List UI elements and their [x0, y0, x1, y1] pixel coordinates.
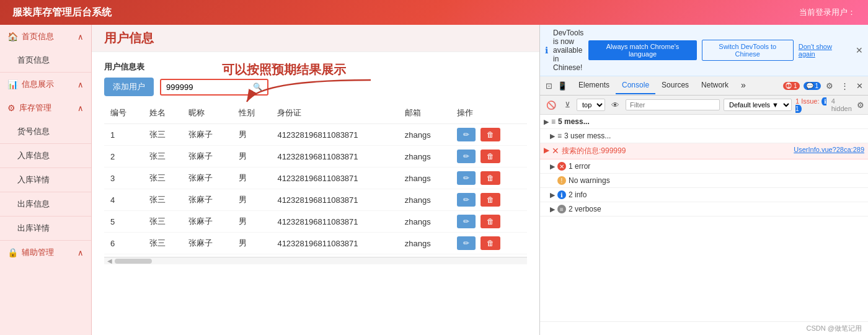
expand-icon-verbose[interactable]: ▶ [550, 205, 555, 213]
table-row: 1 张三 张麻子 男 412328196811083871 zhangs ✏ 🗑 [104, 124, 527, 146]
cell-idcard: 412328196811083871 [271, 189, 398, 211]
table-header-row: 编号 姓名 昵称 性别 身份证 邮箱 操作 [104, 102, 527, 124]
sidebar-item-inbound[interactable]: 入库信息 [0, 144, 91, 168]
sidebar-section-home: 🏠 首页信息 ∧ 首页信息 [0, 25, 91, 73]
filter-icon[interactable]: ⊻ [562, 99, 573, 110]
more-options-icon[interactable]: ⋮ [838, 79, 851, 92]
delete-button-row-2[interactable]: 🗑 [480, 150, 500, 163]
search-input[interactable] [166, 83, 253, 92]
device-icon[interactable]: 📱 [556, 79, 569, 92]
cell-gender: 男 [232, 146, 272, 168]
edit-button-row-3[interactable]: ✏ [457, 171, 476, 185]
edit-button-row-2[interactable]: ✏ [457, 150, 476, 163]
lock-icon: 🔒 [7, 248, 18, 257]
cell-nickname: 张麻子 [182, 168, 232, 189]
col-gender: 性别 [232, 102, 272, 124]
cell-nickname: 张麻子 [182, 124, 232, 146]
sidebar-section-header-home[interactable]: 🏠 首页信息 ∧ [0, 25, 91, 48]
console-user-mess-label: 3 user mess... [564, 132, 864, 140]
content-body: 可以按照预期结果展示 用户信息表 添加用户 🔍 [92, 52, 539, 335]
user-table: 编号 姓名 昵称 性别 身份证 邮箱 操作 1 张三 张麻子 男 4123281… [104, 102, 527, 254]
edit-button-row-4[interactable]: ✏ [457, 193, 476, 207]
message-badge: 💬 1 [804, 82, 821, 90]
sidebar-section-label-info: 信息展示 [22, 79, 54, 90]
info-icon: 📊 [7, 79, 18, 89]
cell-id: 3 [104, 168, 143, 189]
edit-button-row-5[interactable]: ✏ [457, 215, 476, 228]
table-row: 2 张三 张麻子 男 412328196811083871 zhangs ✏ 🗑 [104, 146, 527, 168]
no-entry-icon[interactable]: 🚫 [544, 99, 559, 111]
sidebar-item-outbound[interactable]: 出库信息 [0, 192, 91, 217]
settings-icon[interactable]: ⚙ [823, 79, 836, 92]
devtools-right-icons: ⓵ 1 💬 1 ⚙ ⋮ ✕ [782, 79, 866, 92]
console-error-text: 搜索的信息:999999 [562, 146, 626, 156]
delete-button-row-6[interactable]: 🗑 [480, 236, 500, 250]
console-error-row[interactable]: ▶ ✕ 搜索的信息:999999 UserInfo.vue?28ca:289 [540, 143, 868, 159]
cell-name: 张三 [143, 189, 182, 211]
sidebar-item-outbound-detail[interactable]: 出库详情 [0, 217, 91, 241]
cursor-icon[interactable]: ⊡ [542, 79, 555, 92]
cell-email: zhangs [399, 168, 451, 189]
scroll-thumb[interactable] [115, 259, 152, 264]
devtools-toolbar-icons: ⊡ 📱 [542, 79, 569, 92]
tab-console[interactable]: Console [616, 77, 655, 94]
console-subgroup-error[interactable]: ▶ ✕ 1 error [540, 159, 868, 174]
delete-button-row-5[interactable]: 🗑 [480, 215, 500, 228]
cell-gender: 男 [232, 189, 272, 211]
error-x-icon: ✕ [552, 146, 559, 156]
edit-button-row-6[interactable]: ✏ [457, 236, 476, 250]
cell-email: zhangs [399, 124, 451, 146]
console-filter-input[interactable] [626, 99, 720, 110]
expand-icon-info[interactable]: ▶ [550, 191, 555, 199]
warning-icon: ! [557, 176, 566, 185]
sidebar-section-header-auxiliary[interactable]: 🔒 辅助管理 ∧ [0, 241, 91, 264]
console-verbose[interactable]: ▶ ≡ 2 verbose [540, 202, 868, 217]
expand-icon[interactable]: ▶ [544, 118, 549, 126]
switch-to-chinese-button[interactable]: Switch DevTools to Chinese [702, 40, 794, 61]
dont-show-again-link[interactable]: Don't show again [799, 43, 848, 58]
console-subgroup-user-mess[interactable]: ▶ ≡ 3 user mess... [540, 129, 868, 143]
tab-more[interactable]: » [735, 76, 752, 95]
eye-icon[interactable]: 👁 [609, 99, 622, 111]
delete-button-row-4[interactable]: 🗑 [480, 193, 500, 207]
add-user-button[interactable]: 添加用户 [104, 78, 154, 96]
delete-button-row-1[interactable]: 🗑 [480, 128, 500, 141]
console-group-label: 5 mess... [558, 117, 864, 126]
console-settings-icon[interactable]: ⚙ [857, 100, 864, 110]
close-notification-icon[interactable]: ✕ [856, 45, 863, 55]
expand-icon-user[interactable]: ▶ [550, 132, 555, 140]
scroll-left-icon[interactable]: ◀ [107, 257, 112, 264]
tab-sources[interactable]: Sources [655, 77, 695, 94]
sidebar-item-goods[interactable]: 货号信息 [0, 120, 91, 144]
sidebar-section-header-stock[interactable]: ⚙ 库存管理 ∧ [0, 96, 91, 120]
info-circle-icon: ℹ [545, 45, 548, 55]
edit-button-row-1[interactable]: ✏ [457, 128, 476, 141]
delete-button-row-3[interactable]: 🗑 [480, 171, 500, 185]
cell-nickname: 张麻子 [182, 146, 232, 168]
expand-icon-error[interactable]: ▶ [550, 163, 555, 171]
main-layout: 🏠 首页信息 ∧ 首页信息 📊 信息展示 ∧ ⚙ 库存管理 ∧ [0, 25, 868, 335]
error-source-link[interactable]: UserInfo.vue?28ca:289 [794, 146, 864, 153]
cell-email: zhangs [399, 211, 451, 233]
cell-nickname: 张麻子 [182, 189, 232, 211]
console-no-warnings[interactable]: ▶ ! No warnings [540, 174, 868, 188]
close-devtools-icon[interactable]: ✕ [853, 79, 866, 92]
sidebar-item-home-info[interactable]: 首页信息 [0, 48, 91, 73]
sidebar-item-inbound-detail[interactable]: 入库详情 [0, 168, 91, 192]
context-select[interactable]: top [577, 99, 605, 111]
console-group-messages[interactable]: ▶ ≡ 5 mess... [540, 115, 868, 129]
search-icon[interactable]: 🔍 [253, 83, 262, 91]
csdn-footer: CSDN @做笔记用 [540, 321, 868, 335]
sidebar-section-header-info[interactable]: 📊 信息展示 ∧ [0, 73, 91, 96]
horizontal-scrollbar[interactable]: ◀ [104, 257, 527, 264]
table-toolbar: 添加用户 🔍 [104, 78, 527, 96]
table-row: 6 张三 张麻子 男 412328196811083871 zhangs ✏ 🗑 [104, 233, 527, 254]
console-info[interactable]: ▶ ℹ 2 info [540, 188, 868, 202]
console-error-count-label: 1 error [569, 162, 864, 171]
match-language-button[interactable]: Always match Chrome's language [588, 40, 696, 60]
tab-elements[interactable]: Elements [572, 77, 616, 94]
cell-action: ✏ 🗑 [451, 233, 527, 254]
tab-network[interactable]: Network [695, 77, 735, 94]
error-expand-icon[interactable]: ▶ [544, 146, 549, 154]
log-levels-select[interactable]: Default levels ▼ [724, 99, 792, 111]
